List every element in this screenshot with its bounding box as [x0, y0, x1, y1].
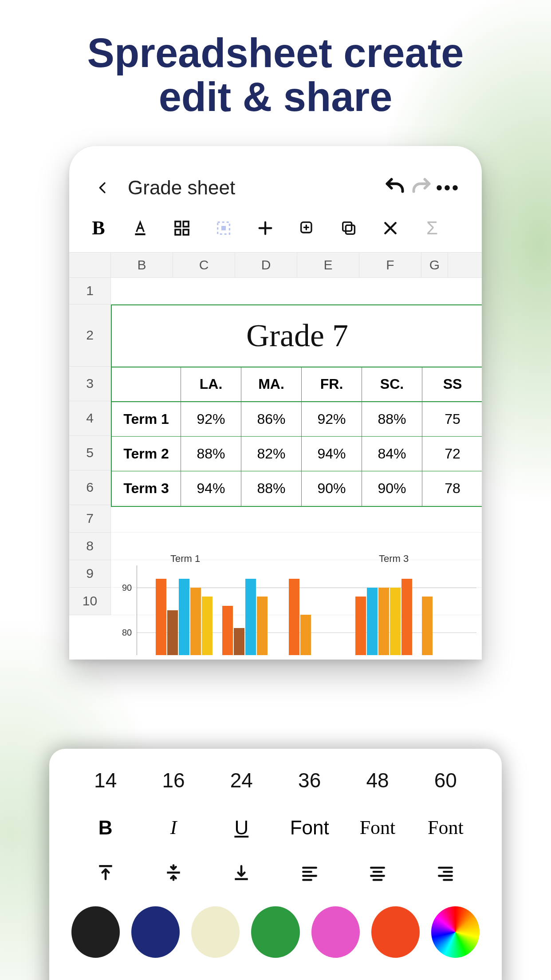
col-header[interactable]: B	[111, 253, 173, 277]
chart-bar	[202, 597, 213, 655]
row-header[interactable]: 6	[69, 470, 111, 505]
font-option[interactable]: Font	[276, 817, 343, 839]
table-header[interactable]: MA.	[241, 368, 302, 402]
table-cell[interactable]: 94%	[181, 471, 241, 506]
row-header[interactable]: 3	[69, 367, 111, 401]
align-middle-icon[interactable]	[139, 863, 207, 882]
row-label[interactable]: Term 1	[112, 402, 181, 437]
row-header[interactable]: 1	[69, 278, 111, 304]
font-size-option[interactable]: 24	[208, 768, 276, 792]
table-header[interactable]: SC.	[362, 368, 422, 402]
add-sheet-icon[interactable]	[295, 216, 319, 241]
table-cell[interactable]: 90%	[362, 471, 422, 506]
row-header[interactable]: 2	[69, 304, 111, 367]
copy-icon[interactable]	[336, 216, 361, 241]
align-left-icon[interactable]	[276, 863, 343, 882]
bold-button[interactable]: B	[86, 216, 111, 241]
table-cell[interactable]: 88%	[362, 402, 422, 437]
align-bottom-icon[interactable]	[208, 863, 276, 882]
title-bar: Grade sheet •••	[69, 173, 482, 208]
underline-option[interactable]: U	[208, 817, 276, 839]
col-header[interactable]: D	[235, 253, 297, 277]
close-icon[interactable]	[378, 216, 403, 241]
row-label[interactable]: Term 2	[112, 437, 181, 471]
col-header[interactable]: C	[173, 253, 235, 277]
more-button[interactable]: •••	[435, 178, 461, 198]
color-swatch[interactable]	[311, 906, 360, 958]
font-size-option[interactable]: 16	[139, 768, 207, 792]
table-cell[interactable]: 88%	[181, 437, 241, 471]
table-cell[interactable]: 94%	[302, 437, 362, 471]
grade-table[interactable]: Grade 7 LA. MA. FR. SC. SS Term 192%86%9…	[111, 304, 482, 507]
corner-cell[interactable]	[69, 253, 111, 277]
font-option[interactable]: Font	[343, 816, 411, 839]
font-option[interactable]: Font	[412, 816, 480, 839]
text-color-button[interactable]	[128, 216, 153, 241]
color-swatch[interactable]	[251, 906, 299, 958]
table-cell[interactable]: 92%	[302, 402, 362, 437]
table-header-row: LA. MA. FR. SC. SS	[112, 368, 482, 402]
table-header[interactable]: LA.	[181, 368, 241, 402]
table-cell[interactable]: 82%	[241, 437, 302, 471]
sheet-body[interactable]: 1 2 3 4 5 6 7 8 9 10 Grade 7 LA. MA. FR.…	[69, 278, 482, 660]
svg-rect-8	[346, 225, 354, 234]
bold-option[interactable]: B	[71, 817, 139, 839]
font-size-option[interactable]: 60	[412, 768, 480, 792]
color-swatch[interactable]	[191, 906, 240, 958]
table-cell[interactable]: 90%	[302, 471, 362, 506]
svg-rect-2	[183, 221, 189, 227]
select-all-icon[interactable]	[211, 216, 236, 241]
svg-rect-0	[135, 233, 145, 235]
sum-icon[interactable]: Σ	[420, 216, 445, 241]
embedded-chart[interactable]: Term 1 Term 3 8090	[122, 553, 476, 655]
table-cell[interactable]: 88%	[241, 471, 302, 506]
insert-button[interactable]	[253, 216, 278, 241]
table-row[interactable]: Term 288%82%94%84%72	[112, 437, 482, 471]
table-row[interactable]: Term 192%86%92%88%75	[112, 402, 482, 437]
col-header[interactable]: E	[297, 253, 359, 277]
back-button[interactable]	[90, 173, 116, 202]
table-cell[interactable]: 75	[422, 402, 482, 437]
svg-rect-6	[221, 226, 226, 230]
row-header[interactable]: 7	[69, 505, 111, 533]
grid-icon[interactable]	[169, 216, 194, 241]
table-cell[interactable]: 86%	[241, 402, 302, 437]
table-header[interactable]: SS	[422, 368, 482, 402]
align-center-icon[interactable]	[343, 863, 411, 882]
app-window: Grade sheet ••• B Σ	[69, 146, 482, 660]
table-cell[interactable]: 92%	[181, 402, 241, 437]
table-cell[interactable]: 72	[422, 437, 482, 471]
table-header[interactable]	[112, 368, 181, 402]
toolbar: B Σ	[69, 208, 482, 252]
italic-option[interactable]: I	[139, 816, 207, 839]
row-header[interactable]: 9	[69, 560, 111, 588]
y-tick-label: 80	[122, 628, 132, 638]
color-swatch[interactable]	[131, 906, 180, 958]
font-size-option[interactable]: 36	[276, 768, 343, 792]
font-size-option[interactable]: 48	[343, 768, 411, 792]
row-header[interactable]: 10	[69, 588, 111, 615]
row-header[interactable]: 8	[69, 533, 111, 560]
table-cell[interactable]: 78	[422, 471, 482, 506]
row-label[interactable]: Term 3	[112, 471, 181, 506]
row-header[interactable]: 4	[69, 401, 111, 436]
chart-bar	[167, 610, 178, 655]
chart-bar	[355, 597, 366, 655]
col-header[interactable]: F	[359, 253, 421, 277]
align-right-icon[interactable]	[412, 863, 480, 882]
table-cell[interactable]: 84%	[362, 437, 422, 471]
table-header[interactable]: FR.	[302, 368, 362, 402]
document-title: Grade sheet	[128, 177, 235, 199]
align-top-icon[interactable]	[71, 863, 139, 882]
row-header[interactable]: 5	[69, 436, 111, 470]
color-picker-icon[interactable]	[431, 906, 480, 958]
undo-button[interactable]	[382, 173, 408, 203]
redo-button[interactable]	[408, 173, 435, 203]
table-row[interactable]: Term 394%88%90%90%78	[112, 471, 482, 506]
col-header[interactable]: G	[421, 253, 448, 277]
color-swatch[interactable]	[371, 906, 420, 958]
color-swatch[interactable]	[71, 906, 120, 958]
font-size-option[interactable]: 14	[71, 768, 139, 792]
chart-bar	[234, 628, 244, 655]
chart-bar	[245, 579, 256, 655]
